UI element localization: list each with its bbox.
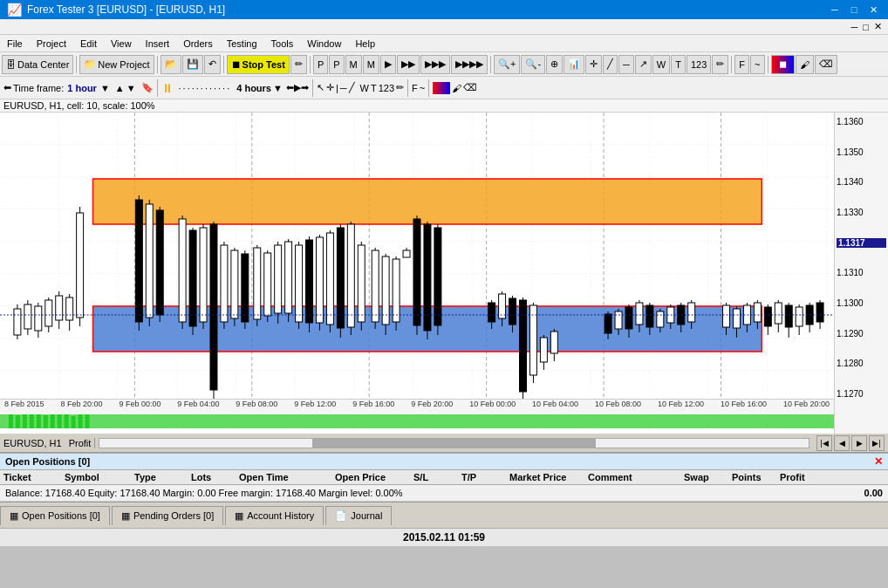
pencil-icon: ✏ (716, 58, 724, 70)
eraser-button[interactable]: ⌫ (815, 55, 837, 74)
plus-cursor[interactable]: ✛ (326, 82, 334, 93)
interval-controls[interactable]: ⬅▶➡ (286, 82, 309, 93)
tb-arr4[interactable]: ▶▶▶▶ (451, 55, 488, 74)
open-button[interactable]: 📂 (161, 55, 181, 74)
new-project-button[interactable]: 📁 New Project (79, 55, 154, 74)
tb-arr2[interactable]: ▶▶ (397, 55, 420, 74)
t-tool[interactable]: T (371, 83, 377, 93)
sep8 (157, 79, 158, 97)
menu-window[interactable]: Window (300, 37, 348, 51)
tb-arr3[interactable]: ▶▶▶ (420, 55, 450, 74)
brush-button[interactable]: 🖌 (796, 55, 814, 74)
svg-rect-25 (24, 304, 31, 329)
interval-dropdown[interactable]: ▼ (273, 83, 283, 93)
positions-close-btn[interactable]: ✕ (874, 455, 883, 468)
chart-info-text: EURUSD, H1, cell: 10, scale: 100% (3, 100, 155, 111)
text-button[interactable]: T (671, 55, 686, 74)
chart-type[interactable]: 📊 (564, 55, 584, 74)
menu-file[interactable]: File (0, 37, 30, 51)
fib-button[interactable]: W (652, 55, 670, 74)
outer-max[interactable]: □ (860, 22, 871, 32)
abc-button[interactable]: 123 (686, 55, 711, 74)
tb-arr1[interactable]: ▶ (380, 55, 396, 74)
menu-tools[interactable]: Tools (264, 37, 301, 51)
f-tool[interactable]: F (412, 83, 418, 93)
magnify-button[interactable]: ⊕ (546, 55, 563, 74)
wave-button[interactable]: ~ (750, 55, 764, 74)
scroll-left-end[interactable]: |◀ (816, 435, 832, 451)
num-tool[interactable]: 123 (379, 83, 394, 93)
w-tool[interactable]: W (360, 83, 369, 93)
undo-button[interactable]: ↶ (204, 55, 221, 74)
scroll-left[interactable]: ◀ (834, 435, 850, 451)
menu-bar: File Project Edit View Insert Orders Tes… (0, 35, 888, 52)
stop-test-button[interactable]: ⏹ Stop Test (227, 55, 290, 74)
zoom-in-button[interactable]: 🔍+ (494, 55, 520, 74)
tf-dropdown-arrow[interactable]: ▼ (100, 83, 110, 93)
tab-account-history[interactable]: ▦ Account History (225, 506, 324, 525)
menu-orders[interactable]: Orders (176, 37, 220, 51)
color-button[interactable]: ◼ (771, 55, 795, 74)
scrollbar-thumb[interactable] (312, 439, 596, 448)
svg-rect-77 (358, 245, 365, 322)
bottom-tab-left[interactable]: EURUSD, H1 (3, 438, 62, 448)
tab-open-positions[interactable]: ▦ Open Positions [0] (0, 506, 110, 525)
sep3 (223, 56, 224, 73)
menu-insert[interactable]: Insert (139, 37, 177, 51)
tf-down-arrow[interactable]: ▼ (126, 83, 136, 93)
tf-up-arrow[interactable]: ▲ (115, 83, 125, 93)
svg-rect-19 (72, 416, 76, 428)
save-icon: 💾 (187, 58, 199, 70)
col-tp: T/P (461, 472, 509, 482)
menu-help[interactable]: Help (348, 37, 382, 51)
hline-tool[interactable]: ─ (340, 83, 347, 93)
tf-arrow-left[interactable]: ⬅ (3, 82, 11, 93)
chart-main[interactable]: 8 Feb 2015 8 Feb 20:00 9 Feb 00:00 9 Feb… (0, 113, 834, 434)
menu-edit[interactable]: Edit (73, 37, 104, 51)
maximize-button[interactable]: □ (846, 2, 862, 17)
pencil-button[interactable]: ✏ (712, 55, 728, 74)
cursor-tool[interactable]: ↖ (317, 82, 324, 93)
tb-m1[interactable]: M (345, 55, 362, 74)
edit-tool[interactable]: ✏ (396, 82, 404, 93)
outer-close[interactable]: ✕ (871, 21, 885, 32)
svg-rect-117 (657, 311, 664, 327)
save-button[interactable]: 💾 (182, 55, 203, 74)
minimize-button[interactable]: ─ (827, 2, 843, 17)
menu-project[interactable]: Project (30, 37, 73, 51)
menu-testing[interactable]: Testing (220, 37, 264, 51)
tb-p2[interactable]: P (329, 55, 344, 74)
paint-tool[interactable]: 🖌 (452, 83, 461, 93)
erase-tool[interactable]: ⌫ (463, 82, 477, 93)
squiggle-tool[interactable]: ~ (420, 83, 425, 93)
edit-btn1[interactable]: ✏ (290, 55, 307, 74)
data-center-button[interactable]: 🗄 Data Center (2, 55, 73, 74)
scrollbar-track[interactable] (99, 438, 809, 448)
col-swap: Swap (684, 472, 732, 482)
bottom-tab-right[interactable]: Profit (69, 438, 92, 448)
tab-journal[interactable]: 📄 Journal (325, 506, 392, 525)
color-swatch[interactable] (433, 82, 450, 94)
line-button[interactable]: ╱ (603, 55, 618, 74)
scroll-right[interactable]: ▶ (851, 435, 867, 451)
pause-icon[interactable]: ⏸ (161, 81, 174, 95)
vline-tool[interactable]: | (336, 83, 338, 93)
crosshair-button[interactable]: ✛ (585, 55, 602, 74)
tf-bookmark[interactable]: 🔖 (141, 82, 154, 93)
tb-p1[interactable]: P (313, 55, 328, 74)
chart-svg (0, 113, 834, 434)
menu-view[interactable]: View (104, 37, 139, 51)
close-button[interactable]: ✕ (865, 2, 881, 17)
trendline-tool[interactable]: ╱ (349, 82, 355, 93)
trendline-button[interactable]: ↗ (635, 55, 652, 74)
scroll-right-end[interactable]: ▶| (869, 435, 885, 451)
indicator-button[interactable]: F (734, 55, 749, 74)
hline-button[interactable]: ─ (618, 55, 634, 74)
zoom-out-button[interactable]: 🔍- (521, 55, 545, 74)
tab-pending-orders[interactable]: ▦ Pending Orders [0] (112, 506, 223, 525)
outer-min[interactable]: ─ (849, 22, 861, 32)
svg-rect-67 (306, 240, 313, 323)
svg-rect-18 (65, 414, 69, 428)
price-1290: 1.1290 (837, 329, 886, 338)
tb-m2[interactable]: M (363, 55, 379, 74)
